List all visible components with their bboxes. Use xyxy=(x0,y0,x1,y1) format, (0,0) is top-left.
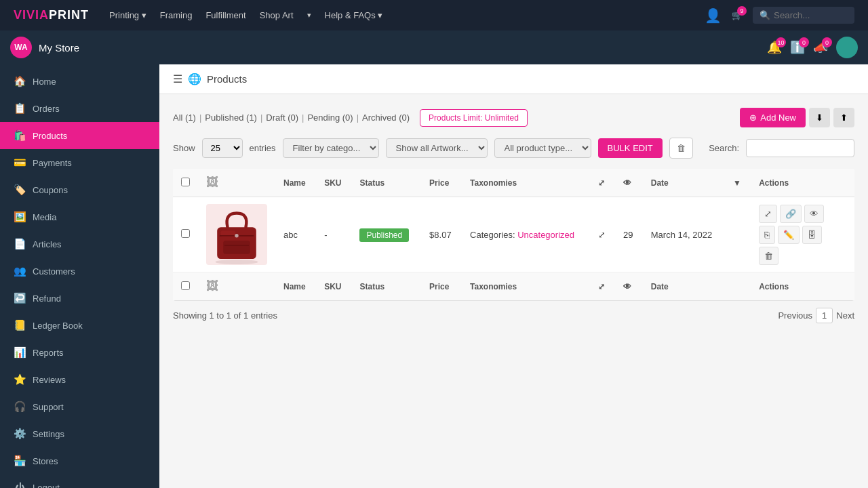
row-status: Published xyxy=(351,197,421,272)
action-link-button[interactable]: 🔗 xyxy=(780,205,802,223)
action-edit-button[interactable]: ✏️ xyxy=(778,226,800,244)
footer-select-all[interactable] xyxy=(181,281,190,290)
user-avatar[interactable] xyxy=(836,37,858,58)
megaphone-notification-button[interactable]: 📣 0 xyxy=(813,40,828,55)
sidebar-item-logout[interactable]: ⏻ Logout xyxy=(0,474,159,488)
bulk-edit-button[interactable]: BULK EDIT xyxy=(598,138,663,158)
download-button[interactable]: ⬇ xyxy=(809,108,830,127)
sidebar-item-products[interactable]: 🛍️ Products xyxy=(0,122,159,149)
footer-checkbox xyxy=(173,272,198,301)
store-name: My Store xyxy=(39,42,79,54)
category-filter[interactable]: Filter by catego... xyxy=(283,138,379,158)
refund-icon: ↩️ xyxy=(14,292,26,304)
footer-taxonomies: Taxonomies xyxy=(462,272,590,301)
show-label: Show xyxy=(173,143,195,153)
category-link[interactable]: Uncategorized xyxy=(517,230,574,240)
user-icon[interactable]: 👤 xyxy=(705,7,722,24)
cart-icon[interactable]: 🛒 9 xyxy=(732,10,743,20)
main-content: ☰ 🌐 Products All (1) | Published (1) | D… xyxy=(159,64,868,488)
upload-button[interactable]: ⬆ xyxy=(833,108,854,127)
nav-printing[interactable]: Printing ▾ xyxy=(109,10,146,20)
search-label: Search: xyxy=(709,143,739,153)
action-share-button[interactable]: ⤢ xyxy=(759,205,777,223)
sidebar-item-articles[interactable]: 📄 Articles xyxy=(0,230,159,258)
action-delete-button[interactable]: 🗑 xyxy=(759,247,778,265)
pagination-next-button[interactable]: Next xyxy=(836,310,854,321)
row-actions: ⤢ 🔗 👁 ⎘ ✏️ 🗄 🗑 xyxy=(751,197,854,272)
info-notification-button[interactable]: ℹ️ 0 xyxy=(790,40,805,55)
product-type-filter[interactable]: All product type... xyxy=(494,138,591,158)
footer-shares: ⤢ xyxy=(590,272,615,301)
sidebar-item-refund[interactable]: ↩️ Refund xyxy=(0,285,159,312)
sidebar-item-orders[interactable]: 📋 Orders xyxy=(0,95,159,122)
sidebar-label-settings: Settings xyxy=(33,429,64,439)
pagination: Previous 1 Next xyxy=(778,308,854,323)
svg-point-4 xyxy=(235,234,238,237)
showing-entries-text: Showing 1 to 1 of 1 entries xyxy=(173,310,277,321)
tab-pending[interactable]: Pending (0) xyxy=(307,113,353,123)
store-left: WA My Store xyxy=(10,37,79,58)
hamburger-icon[interactable]: ☰ xyxy=(173,73,182,85)
filter-bar: All (1) | Published (1) | Draft (0) | Pe… xyxy=(173,108,854,127)
table-footer-row: 🖼 Name SKU Status Price Taxonomies ⤢ 👁 D… xyxy=(173,272,854,301)
sidebar-item-home[interactable]: 🏠 Home xyxy=(0,68,159,95)
views-count: 29 xyxy=(623,230,633,240)
sidebar: 🏠 Home 📋 Orders 🛍️ Products 💳 Payments 🏷… xyxy=(0,64,159,488)
sidebar-item-customers[interactable]: 👥 Customers xyxy=(0,258,159,285)
tab-draft[interactable]: Draft (0) xyxy=(266,113,298,123)
search-icon: 🔍 xyxy=(760,10,770,20)
row-taxonomies: Categories: Uncategorized xyxy=(462,197,590,272)
sidebar-label-logout: Logout xyxy=(33,483,60,488)
sidebar-label-payments: Payments xyxy=(33,158,72,168)
nav-framing[interactable]: Framing xyxy=(160,10,193,20)
sidebar-item-media[interactable]: 🖼️ Media xyxy=(0,203,159,230)
top-navigation: VIVIAPRINT Printing ▾ Framing Fulfillmen… xyxy=(0,0,868,30)
artwork-filter[interactable]: Show all Artwork... xyxy=(386,138,488,158)
svg-point-0 xyxy=(216,260,258,264)
sidebar-item-settings[interactable]: ⚙️ Settings xyxy=(0,420,159,447)
table-search-input[interactable] xyxy=(746,139,854,157)
footer-sku: SKU xyxy=(316,272,351,301)
row-shares: ⤢ xyxy=(590,197,615,272)
sidebar-item-ledger[interactable]: 📒 Ledger Book xyxy=(0,312,159,339)
delete-button[interactable]: 🗑 xyxy=(669,138,693,159)
search-input[interactable] xyxy=(774,10,848,20)
search-box[interactable]: 🔍 xyxy=(753,7,854,24)
products-limit-button[interactable]: Products Limit: Unlimited xyxy=(420,109,528,127)
action-view-button[interactable]: 👁 xyxy=(804,205,824,223)
sidebar-item-coupons[interactable]: 🏷️ Coupons xyxy=(0,176,159,203)
products-table: 🖼 Name SKU Status Price Taxonomies ⤢ 👁 xyxy=(173,169,854,301)
sidebar-item-stores[interactable]: 🏪 Stores xyxy=(0,447,159,474)
entries-select[interactable]: 25 10 50 100 xyxy=(202,138,243,158)
sidebar-item-reports[interactable]: 📊 Reports xyxy=(0,339,159,366)
add-new-icon: ⊕ xyxy=(749,113,757,123)
share-icon: ⤢ xyxy=(598,178,605,188)
header-name: Name xyxy=(275,169,316,197)
action-copy-button[interactable]: ⎘ xyxy=(759,226,775,244)
logout-icon: ⏻ xyxy=(14,482,26,488)
store-right: 🔔 10 ℹ️ 0 📣 0 xyxy=(767,37,858,58)
nav-fulfillment[interactable]: Fulfillment xyxy=(205,10,245,20)
bell-notification-button[interactable]: 🔔 10 xyxy=(767,40,782,55)
sidebar-label-orders: Orders xyxy=(33,104,60,114)
pagination-prev-button[interactable]: Previous xyxy=(778,310,812,321)
tab-archived[interactable]: Archived (0) xyxy=(362,113,410,123)
action-archive-button[interactable]: 🗄 xyxy=(802,226,822,244)
tab-published[interactable]: Published (1) xyxy=(205,113,257,123)
bell-badge: 10 xyxy=(776,37,786,47)
nav-shop-art[interactable]: Shop Art xyxy=(260,10,294,20)
row-price: $8.07 xyxy=(421,197,462,272)
footer-image: 🖼 xyxy=(198,272,275,301)
customers-icon: 👥 xyxy=(14,265,26,277)
add-new-button[interactable]: ⊕ Add New xyxy=(740,108,806,127)
nav-help[interactable]: Help & FAQs ▾ xyxy=(325,10,383,20)
footer-status: Status xyxy=(351,272,421,301)
header-image: 🖼 xyxy=(198,169,275,197)
header-date: Date xyxy=(643,169,725,197)
row-select-checkbox[interactable] xyxy=(181,229,190,238)
sidebar-item-reviews[interactable]: ⭐ Reviews xyxy=(0,366,159,393)
tab-all[interactable]: All (1) xyxy=(173,113,196,123)
sidebar-item-support[interactable]: 🎧 Support xyxy=(0,393,159,420)
select-all-checkbox[interactable] xyxy=(181,178,190,186)
sidebar-item-payments[interactable]: 💳 Payments xyxy=(0,149,159,176)
